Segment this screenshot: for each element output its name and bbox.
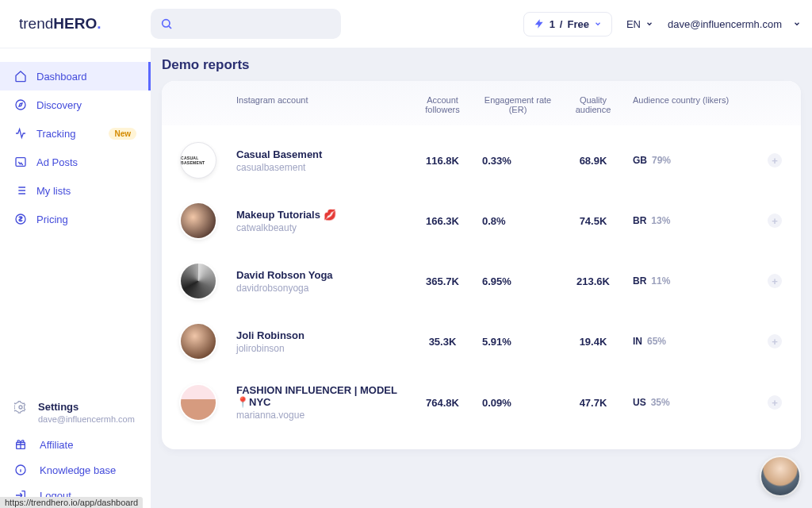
add-button[interactable]: +: [768, 153, 782, 167]
new-badge: New: [109, 128, 136, 140]
er-value: 0.09%: [482, 397, 553, 409]
sidebar-item-label: My lists: [36, 185, 71, 197]
plan-sep: /: [560, 18, 563, 30]
country-value: IN65%: [633, 336, 752, 347]
col-header-quality: Quality audience: [561, 95, 625, 114]
sidebar-knowledge[interactable]: Knowledge base: [0, 457, 151, 483]
compass-icon: [14, 98, 27, 111]
table-row[interactable]: David Robson Yoga davidrobsonyoga 365.7K…: [181, 251, 782, 311]
table-header: Instagram account Account followers Enga…: [162, 81, 801, 125]
country-value: BR11%: [633, 275, 752, 287]
quality-value: 213.6K: [561, 275, 625, 287]
col-header-country: Audience country (likers): [633, 95, 752, 114]
followers-value: 35.3K: [411, 336, 474, 348]
table-row[interactable]: Makeup Tutorials 💋 catwalkbeauty 166.3K …: [181, 190, 782, 251]
sidebar-item-pricing[interactable]: Pricing: [0, 205, 151, 233]
home-icon: [14, 70, 27, 83]
sidebar-item-dashboard[interactable]: Dashboard: [0, 62, 151, 90]
account-name: FASHION INFLUENCER | MODEL📍NYC: [236, 384, 403, 408]
bottom-link-label: Affiliate: [40, 439, 73, 451]
dollar-icon: [14, 213, 27, 225]
table-body: CASUAL BASEMENT Casual Basement casualba…: [162, 125, 801, 449]
avatar: [181, 264, 216, 298]
er-value: 5.91%: [482, 336, 553, 348]
gear-icon: [14, 401, 27, 414]
quality-value: 74.5K: [561, 215, 625, 227]
sidebar-item-mylists[interactable]: My lists: [0, 176, 151, 205]
account-name: David Robson Yoga: [236, 269, 403, 281]
main-nav: Dashboard Discovery Tracking New Ad Post…: [0, 62, 151, 233]
sidebar-item-adposts[interactable]: Ad Posts: [0, 148, 151, 176]
plan-selector[interactable]: 1 / Free: [523, 12, 612, 37]
account-handle: jolirobinson: [236, 343, 403, 354]
add-button[interactable]: +: [768, 214, 782, 228]
country-value: BR13%: [633, 215, 752, 226]
user-menu[interactable]: dave@influencermh.com: [668, 18, 801, 30]
search-icon: [160, 17, 173, 30]
bottom-link-label: Knowledge base: [40, 464, 116, 476]
col-header-er: Engagement rate (ER): [482, 95, 553, 114]
account-name: Makeup Tutorials 💋: [236, 209, 403, 221]
sidebar-item-label: Discovery: [36, 99, 82, 111]
table-row[interactable]: CASUAL BASEMENT Casual Basement casualba…: [181, 130, 782, 190]
svg-point-1: [16, 100, 25, 110]
account-handle: catwalkbeauty: [236, 222, 403, 233]
followers-value: 365.7K: [411, 275, 474, 287]
image-icon: [14, 156, 27, 168]
logo-part-1: trend: [19, 15, 53, 32]
browser-status-url: https://trendhero.io/app/dashboard: [0, 497, 143, 508]
er-value: 0.33%: [482, 155, 553, 167]
avatar: [181, 203, 216, 238]
activity-icon: [14, 127, 27, 140]
er-value: 6.95%: [482, 275, 553, 287]
top-bar: trendHERO. 1 / Free EN dave@influencermh…: [0, 0, 812, 48]
chevron-down-icon: [793, 20, 801, 28]
main-content: Demo reports Instagram account Account f…: [151, 48, 812, 508]
search-input[interactable]: [151, 9, 341, 39]
account-handle: casualbasement: [236, 162, 403, 173]
svg-rect-2: [16, 158, 25, 167]
col-header-name: Instagram account: [236, 95, 403, 114]
info-icon: [14, 464, 27, 476]
account-name: Casual Basement: [236, 148, 403, 160]
reports-card: Instagram account Account followers Enga…: [162, 81, 801, 449]
support-chat-bubble[interactable]: [761, 457, 799, 495]
user-email: dave@influencermh.com: [668, 18, 782, 30]
page-title: Demo reports: [162, 57, 801, 73]
sidebar-affiliate[interactable]: Affiliate: [0, 432, 151, 457]
account-handle: marianna.vogue: [236, 410, 403, 421]
sidebar-item-label: Dashboard: [36, 71, 87, 83]
app-logo[interactable]: trendHERO.: [11, 15, 151, 33]
country-value: US35%: [633, 397, 752, 408]
sidebar-item-discovery[interactable]: Discovery: [0, 90, 151, 119]
add-button[interactable]: +: [768, 395, 782, 410]
svg-point-4: [19, 406, 22, 409]
quality-value: 68.9K: [561, 155, 625, 167]
followers-value: 166.3K: [411, 215, 474, 227]
plan-name: Free: [567, 18, 588, 30]
sidebar-item-label: Pricing: [36, 214, 68, 225]
col-header-followers: Account followers: [411, 95, 474, 114]
svg-point-0: [163, 20, 170, 27]
logo-dot: .: [97, 15, 101, 32]
quality-value: 47.7K: [561, 397, 625, 409]
bolt-icon: [534, 18, 545, 29]
account-name: Joli Robinson: [236, 329, 403, 341]
add-button[interactable]: +: [768, 274, 782, 288]
table-row[interactable]: Joli Robinson jolirobinson 35.3K 5.91% 1…: [181, 311, 782, 371]
language-selector[interactable]: EN: [626, 18, 653, 30]
followers-value: 764.8K: [411, 397, 474, 409]
sidebar-item-tracking[interactable]: Tracking New: [0, 119, 151, 148]
logo-part-2: HERO: [53, 15, 97, 32]
sidebar-settings[interactable]: Settings dave@influencermh.com: [0, 393, 151, 432]
avatar: [181, 385, 216, 420]
chevron-down-icon: [645, 20, 653, 28]
table-row[interactable]: FASHION INFLUENCER | MODEL📍NYC marianna.…: [181, 371, 782, 433]
avatar: CASUAL BASEMENT: [181, 143, 216, 178]
sidebar: Dashboard Discovery Tracking New Ad Post…: [0, 48, 151, 508]
add-button[interactable]: +: [768, 334, 782, 348]
gift-icon: [14, 438, 27, 451]
lang-label: EN: [626, 18, 641, 30]
avatar: [181, 324, 216, 359]
plan-count: 1: [550, 18, 555, 30]
